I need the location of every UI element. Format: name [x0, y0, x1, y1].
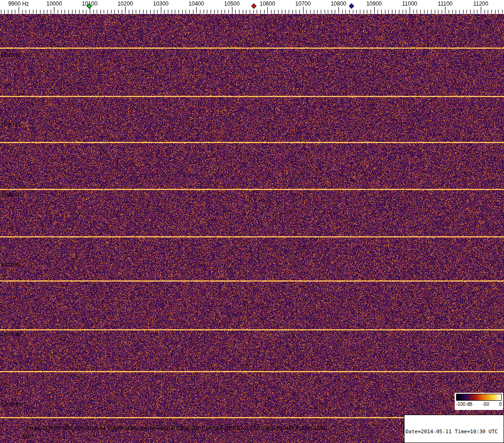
freq-axis-label: 10000	[46, 0, 62, 7]
colorbar-gradient	[456, 394, 502, 401]
freq-axis-label: 11000	[402, 0, 417, 7]
spectrogram-canvas[interactable]	[0, 14, 504, 443]
time-label: 12:29:15	[1, 401, 21, 407]
colorbar-label-mid: -50	[483, 402, 489, 407]
freq-axis-label: 9900 Hz	[8, 0, 29, 7]
event-annotation: 20140511102907652 hCnt20 nb-84 f10598 hi…	[26, 425, 327, 431]
colorbar-labels: -100 dB -50 0	[456, 402, 502, 407]
freq-axis-label: 10800	[331, 0, 346, 7]
freq-axis-label: 10200	[118, 0, 133, 7]
colorbar: -100 dB -50 0	[455, 393, 503, 410]
time-label: 12:30:00	[1, 192, 21, 198]
freq-axis-label: 10900	[366, 0, 382, 7]
frequency-axis: 9900 Hz100001010010200103001040010500106…	[0, 0, 504, 14]
time-label: 12:29:45	[1, 262, 21, 267]
time-label: 12:30:15	[1, 122, 21, 127]
freq-axis-label: 10700	[295, 0, 311, 7]
spectrogram-window: 9900 Hz100001010010200103001040010500106…	[0, 0, 504, 443]
time-label: 12:30:30	[1, 52, 21, 58]
freq-axis-label: 10300	[153, 0, 168, 7]
info-box: Date=2014-05-11 Time=10:30 UTC Freq=143 …	[404, 415, 504, 443]
freq-axis-label: 10400	[189, 0, 204, 7]
freq-axis-label: 11100	[438, 0, 453, 7]
freq-axis-label: 10500	[224, 0, 239, 7]
colorbar-label-max: 0	[499, 402, 502, 407]
info-date-time: Date=2014-05-11 Time=10:30 UTC	[405, 429, 503, 435]
freq-axis-label: 11200	[473, 0, 488, 7]
colorbar-label-min: -100 dB	[456, 402, 472, 407]
freq-axis-label: 10600	[260, 0, 275, 7]
time-offset-annotation: ^t+07	[21, 434, 34, 439]
time-label: 12:29:30	[1, 331, 21, 337]
